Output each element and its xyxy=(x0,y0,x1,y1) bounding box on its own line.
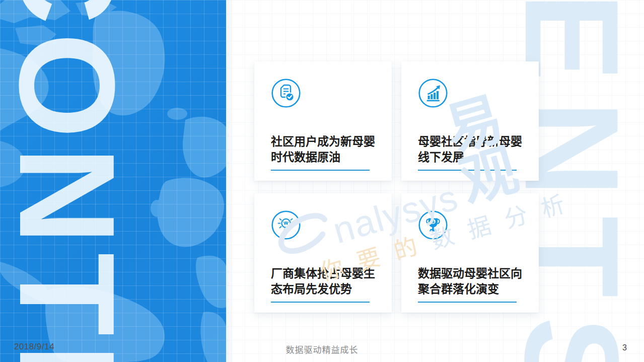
background-word-cont: CONTE xyxy=(5,0,129,362)
card-title-line1: 厂商集体抢占母婴生 xyxy=(271,266,375,281)
card-underline xyxy=(418,170,517,171)
document-check-icon xyxy=(271,78,301,108)
card-title-line2: 线下发展 xyxy=(418,150,522,165)
card-community-guides: 母婴社区指导新母婴 线下发展 xyxy=(401,61,539,181)
slide: ENTS xyxy=(0,0,644,362)
card-community-users: 社区用户成为新母婴 时代数据原油 xyxy=(254,61,392,181)
bar-chart-growth-icon xyxy=(418,78,448,108)
card-underline xyxy=(418,302,517,303)
card-title: 厂商集体抢占母婴生 态布局先发优势 xyxy=(271,266,375,297)
card-title-line2: 时代数据原油 xyxy=(271,150,375,165)
card-title: 母婴社区指导新母婴 线下发展 xyxy=(418,134,522,165)
blue-map-panel: CONTE xyxy=(0,0,226,362)
card-title: 数据驱动母婴社区向 聚合群落化演变 xyxy=(418,266,522,297)
card-title-line2: 态布局先发优势 xyxy=(271,281,375,297)
lightbulb-idea-icon xyxy=(271,210,301,240)
card-title: 社区用户成为新母婴 时代数据原油 xyxy=(271,134,375,165)
panel-edge-shadow xyxy=(226,0,234,362)
card-vendors-compete: 厂商集体抢占母婴生 态布局先发优势 xyxy=(254,193,392,313)
card-data-driven-evolution: $ 数据驱动母婴社区向 聚合群落化演变 xyxy=(401,193,539,313)
card-underline xyxy=(271,170,370,171)
card-title-line2: 聚合群落化演变 xyxy=(418,281,522,297)
card-underline xyxy=(271,302,370,303)
card-title-line1: 社区用户成为新母婴 xyxy=(271,134,375,150)
svg-text:$: $ xyxy=(432,219,435,224)
trophy-dollar-icon: $ xyxy=(418,210,448,240)
page-number: 3 xyxy=(622,343,627,352)
card-title-line1: 数据驱动母婴社区向 xyxy=(418,266,522,281)
footer-motto: 数据驱动精益成长 xyxy=(0,343,644,355)
contents-card-grid: 社区用户成为新母婴 时代数据原油 xyxy=(254,61,539,313)
card-title-line1: 母婴社区指导新母婴 xyxy=(418,134,522,150)
